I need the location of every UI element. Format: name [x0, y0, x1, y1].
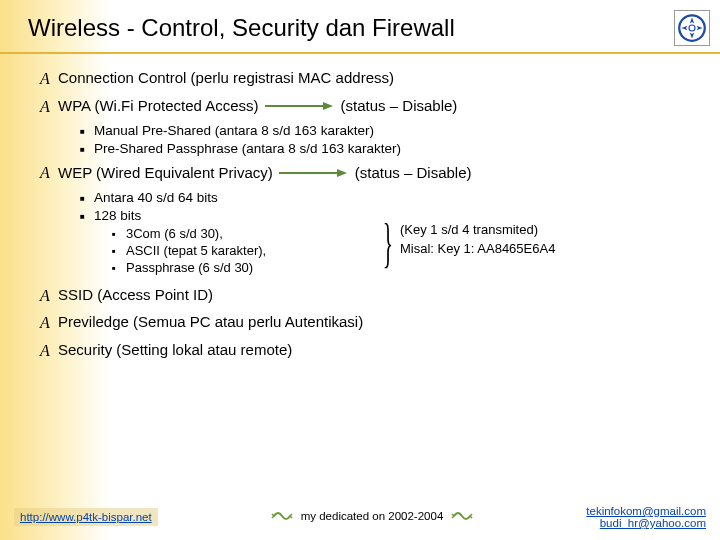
email-link-1[interactable]: tekinfokom@gmail.com [586, 505, 706, 517]
arrow-icon [279, 167, 349, 179]
footer-link[interactable]: http://www.p4tk-bispar.net [20, 511, 152, 523]
bullet-icon: A [40, 312, 58, 334]
bullet-icon: ■ [112, 260, 126, 271]
swirl-icon [270, 508, 294, 526]
email-link-2[interactable]: budi_hr@yahoo.com [586, 517, 706, 529]
status-text: (status – Disable) [341, 96, 458, 116]
sub-passphrase: ■ Passphrase (6 s/d 30) [112, 260, 700, 275]
footer-center-text: my dedicated on 2002-2004 [301, 510, 444, 522]
footer-url: http://www.p4tk-bispar.net [14, 508, 158, 526]
bullet-text: ASCII (tepat 5 karakter), [126, 243, 266, 258]
bullet-wpa: A WPA (Wi.Fi Protected Access) (status –… [40, 96, 700, 118]
bullet-text: Antara 40 s/d 64 bits [94, 190, 218, 205]
bullet-icon: ■ [112, 243, 126, 254]
sub-40-64-bits: ■ Antara 40 s/d 64 bits [80, 190, 700, 205]
status-text: (status – Disable) [355, 163, 472, 183]
bullet-text: WEP (Wired Equivalent Privacy) [58, 163, 273, 183]
footer-center: my dedicated on 2002-2004 [158, 508, 587, 526]
bullet-icon: ■ [112, 226, 126, 237]
bullet-text: Previledge (Semua PC atau perlu Autentik… [58, 312, 363, 332]
side-line-1: (Key 1 s/d 4 transmited) [400, 220, 555, 240]
bullet-security: A Security (Setting lokal atau remote) [40, 340, 700, 362]
side-line-2: Misal: Key 1: AA8465E6A4 [400, 239, 555, 259]
footer: http://www.p4tk-bispar.net my dedicated … [0, 494, 720, 540]
bullet-text: Pre-Shared Passphrase (antara 8 s/d 163 … [94, 141, 401, 156]
bullet-text: Passphrase (6 s/d 30) [126, 260, 253, 275]
bullet-icon: ■ [80, 190, 94, 203]
sub-manual-psk: ■ Manual Pre-Shared (antara 8 s/d 163 ka… [80, 123, 700, 138]
arrow-icon [265, 100, 335, 112]
bullet-icon: ■ [80, 141, 94, 154]
bullet-text: 3Com (6 s/d 30), [126, 226, 223, 241]
footer-emails: tekinfokom@gmail.com budi_hr@yahoo.com [586, 505, 706, 529]
svg-point-1 [689, 25, 695, 31]
bullet-icon: A [40, 340, 58, 362]
sub-psk-passphrase: ■ Pre-Shared Passphrase (antara 8 s/d 16… [80, 141, 700, 156]
bullet-icon: ■ [80, 123, 94, 136]
bullet-connection-control: A Connection Control (perlu registrasi M… [40, 68, 700, 90]
logo-icon [674, 10, 710, 46]
brace-icon: } [383, 216, 393, 270]
side-note: (Key 1 s/d 4 transmited) Misal: Key 1: A… [400, 220, 555, 259]
swirl-icon [450, 508, 474, 526]
bullet-icon: A [40, 68, 58, 90]
bullet-wep: A WEP (Wired Equivalent Privacy) (status… [40, 162, 700, 184]
bullet-icon: A [40, 285, 58, 307]
bullet-ssid: A SSID (Access Point ID) [40, 285, 700, 307]
bullet-text: Connection Control (perlu registrasi MAC… [58, 68, 394, 88]
slide-title: Wireless - Control, Security dan Firewal… [0, 0, 720, 54]
bullet-icon: A [40, 96, 58, 118]
bullet-text: WPA (Wi.Fi Protected Access) [58, 96, 259, 116]
bullet-icon: ■ [80, 208, 94, 221]
bullet-text: 128 bits [94, 208, 141, 223]
bullet-icon: A [40, 162, 58, 184]
bullet-text: Security (Setting lokal atau remote) [58, 340, 292, 360]
bullet-text: Manual Pre-Shared (antara 8 s/d 163 kara… [94, 123, 374, 138]
title-text: Wireless - Control, Security dan Firewal… [28, 14, 455, 42]
bullet-previledge: A Previledge (Semua PC atau perlu Autent… [40, 312, 700, 334]
bullet-text: SSID (Access Point ID) [58, 285, 213, 305]
